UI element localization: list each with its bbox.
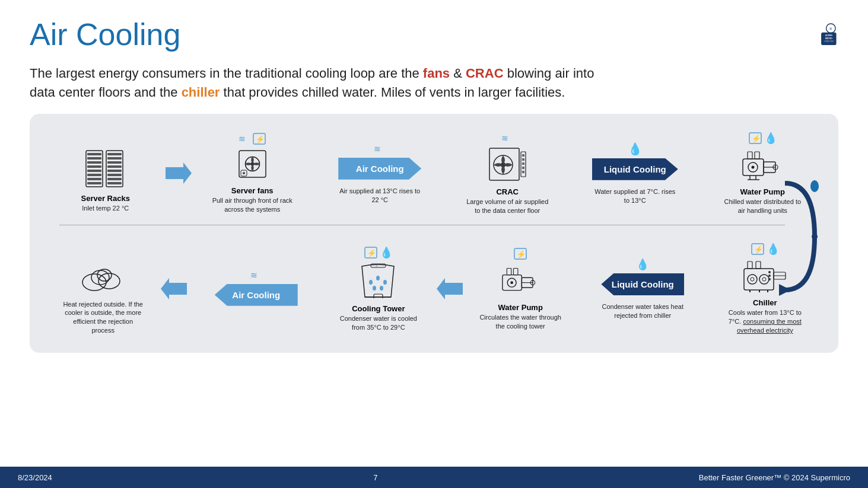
- svg-rect-10: [87, 165, 101, 168]
- svg-rect-87: [507, 268, 511, 275]
- water-drop-pump-icon: 💧: [764, 132, 777, 145]
- svg-rect-17: [107, 157, 122, 160]
- server-fans-item: ≋ ⚡: [194, 132, 310, 214]
- svg-point-94: [751, 278, 754, 281]
- svg-point-101: [768, 271, 771, 273]
- crac-label: CRAC: [496, 187, 519, 196]
- svg-rect-13: [87, 178, 101, 180]
- water-pump-top-label: Water Pump: [740, 187, 785, 196]
- server-racks-desc: Inlet temp 22 °C: [82, 204, 129, 213]
- svg-point-96: [762, 278, 766, 281]
- svg-rect-6: [86, 151, 103, 187]
- cooling-tower-desc: Condenser water is cooled from 35°C to 2…: [337, 314, 420, 332]
- diagram-area: Server Racks Inlet temp 22 °C ≋ ⚡: [30, 114, 838, 353]
- air-cooling-top-desc: Air supplied at 13°C rises to 22 °C: [338, 187, 421, 205]
- svg-rect-19: [107, 165, 122, 168]
- server-fans-icons-top: ≋ ⚡: [239, 132, 266, 145]
- air-cooling-bottom-arrow: Air Cooling: [215, 284, 298, 306]
- air-cooling-top-arrow: Air Cooling: [338, 158, 421, 180]
- heat-rejection-icon: [80, 259, 127, 296]
- chiller-highlight: chiller: [182, 85, 220, 100]
- row-divider-area: [47, 225, 821, 234]
- svg-point-74: [373, 286, 376, 291]
- slide: Air Cooling ® SUPER MICRO COMPUTER The l…: [0, 0, 868, 488]
- subtitle-newline: data center floors and the: [30, 85, 182, 100]
- svg-point-49: [752, 165, 755, 168]
- svg-rect-98: [756, 261, 761, 269]
- subtitle-part4: that provides chilled water. Miles of ve…: [220, 85, 565, 100]
- air-cooling-bottom-icons-top: ≋: [250, 269, 262, 282]
- svg-rect-42: [522, 162, 524, 165]
- cooling-tower-icons-top: ⚡ 💧: [364, 246, 393, 259]
- liquid-cooling-top-item: 💧 Liquid Cooling Water supplied at 7°C. …: [565, 142, 705, 205]
- chiller-icons-top: ⚡ 💧: [751, 243, 780, 256]
- svg-text:≋: ≋: [374, 144, 381, 154]
- water-pump-top-icons-top: ⚡ 💧: [748, 132, 777, 145]
- svg-rect-15: [106, 151, 123, 187]
- server-fans-icon: [236, 148, 269, 183]
- svg-rect-21: [107, 174, 122, 176]
- arrow-to-heat: [158, 278, 189, 299]
- svg-marker-79: [437, 278, 463, 299]
- water-pump-bottom-icon: [501, 263, 540, 299]
- svg-point-103: [768, 278, 771, 280]
- svg-text:SUPER: SUPER: [825, 34, 832, 37]
- liquid-cooling-top-arrow: Liquid Cooling: [592, 158, 678, 180]
- svg-rect-52: [748, 152, 752, 159]
- svg-point-75: [380, 286, 383, 291]
- air-cooling-top-icons-top: ≋: [374, 142, 386, 155]
- server-racks-icon: [85, 149, 126, 190]
- svg-marker-66: [161, 278, 187, 299]
- liquid-cooling-top-icon: Liquid Cooling: [592, 158, 678, 180]
- crac-icon: [488, 147, 527, 184]
- svg-text:≋: ≋: [239, 134, 246, 143]
- chiller-desc: Cools water from 13°C to 7°C. consuming …: [723, 308, 806, 335]
- svg-text:⚡: ⚡: [754, 245, 763, 254]
- svg-text:⚡: ⚡: [367, 248, 376, 257]
- water-pump-bottom-icons-top: ⚡: [513, 247, 527, 260]
- svg-point-62: [82, 274, 106, 291]
- chiller-drop-icon: 💧: [767, 243, 780, 256]
- svg-text:⚡: ⚡: [752, 134, 761, 143]
- svg-rect-53: [755, 152, 759, 159]
- subtitle-part1: The largest energy consumers in the trad…: [30, 66, 423, 81]
- water-pump-bottom-desc: Circulates the water through the cooling…: [479, 313, 562, 331]
- svg-marker-24: [166, 162, 192, 184]
- svg-rect-14: [87, 182, 101, 184]
- footer-page: 7: [373, 473, 377, 482]
- svg-rect-88: [513, 268, 517, 275]
- svg-point-73: [383, 280, 387, 285]
- liquid-cooling-bottom-desc: Condenser water takes heat rejected from…: [601, 302, 684, 320]
- crac-desc: Large volume of air supplied to the data…: [466, 197, 549, 215]
- svg-rect-12: [87, 174, 101, 176]
- liquid-cooling-top-desc: Water supplied at 7°C. rises to 13°C: [593, 187, 676, 205]
- liquid-cooling-bottom-icons-top: 💧: [636, 258, 649, 271]
- cooling-tower-item: ⚡ 💧: [323, 246, 434, 332]
- heat-rejection-item: Heat rejected outside. If the cooler is …: [47, 243, 158, 335]
- chiller-item: ⚡ 💧: [710, 243, 821, 335]
- chiller-label: Chiller: [753, 298, 777, 307]
- arrow-to-cooling-tower: [434, 278, 465, 299]
- footer-date: 8/23/2024: [18, 473, 52, 482]
- subtitle-part3: blowing air into: [504, 66, 594, 81]
- svg-rect-7: [87, 153, 101, 155]
- svg-point-95: [759, 275, 769, 284]
- svg-text:COMPUTER: COMPUTER: [824, 40, 833, 43]
- liquid-cooling-bottom-arrow: Liquid Cooling: [601, 273, 684, 295]
- server-fans-desc: Pull air through front of rack across th…: [211, 196, 294, 214]
- svg-point-33: [243, 172, 245, 174]
- svg-point-84: [510, 281, 513, 284]
- row-divider: [59, 225, 785, 225]
- svg-rect-78: [374, 294, 383, 298]
- arrow-to-fans: [163, 162, 194, 184]
- water-drop-bottom-icon: 💧: [636, 258, 649, 271]
- liquid-cooling-bottom-icon: Liquid Cooling: [601, 273, 684, 295]
- svg-rect-16: [107, 153, 122, 155]
- chiller-icon: [743, 258, 787, 295]
- svg-text:≋: ≋: [250, 270, 257, 280]
- subtitle-part2: &: [450, 66, 466, 81]
- subtitle-text: The largest energy consumers in the trad…: [30, 64, 838, 102]
- svg-rect-20: [107, 170, 122, 172]
- svg-rect-22: [107, 178, 122, 180]
- svg-point-102: [768, 275, 771, 277]
